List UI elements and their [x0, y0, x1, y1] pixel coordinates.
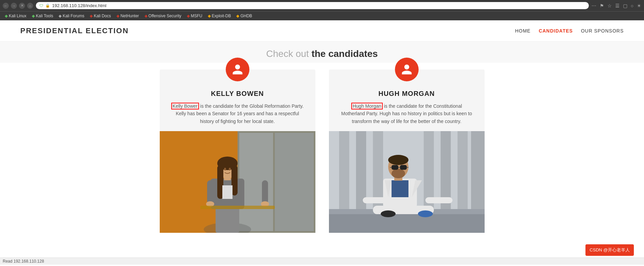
status-text: Read 192.168.110.128 — [3, 259, 44, 264]
kelly-name-highlight: Kelly Bower — [171, 103, 199, 109]
site-navbar: PRESIDENTIAL ELECTION HOME CANDIDATES OU… — [0, 20, 644, 42]
svg-rect-15 — [207, 180, 213, 204]
star-icon[interactable]: ☆ — [607, 3, 612, 8]
bookmark-nethunter[interactable]: ◆ NetHunter — [114, 13, 141, 19]
bookmarks-bar: ◆ Kali Linux ◆ Kali Tools ◆ Kali Forums … — [0, 11, 644, 20]
svg-point-39 — [388, 155, 408, 165]
kali-tools-icon: ◆ — [32, 14, 35, 18]
kali-forums-icon: ◆ — [59, 14, 62, 18]
svg-rect-14 — [222, 185, 232, 199]
hero-text-bold: the candidates — [311, 48, 378, 59]
kelly-avatar-icon — [231, 63, 244, 76]
pocket-icon[interactable]: ⚑ — [600, 3, 604, 8]
bookmark-offensive-security[interactable]: ◆ Offensive Security — [142, 13, 183, 19]
menu-dots-icon[interactable]: ⋯ — [592, 3, 596, 8]
candidate-card-kelly: KELLY BOWEN Kelly Bower is the candidate… — [160, 69, 315, 233]
svg-rect-34 — [392, 180, 408, 197]
back-button[interactable]: ← — [3, 3, 9, 9]
hero-section: Check out the candidates — [0, 42, 644, 63]
hugh-avatar-icon — [401, 63, 413, 76]
svg-point-12 — [224, 168, 226, 170]
bookmark-ghdb[interactable]: ◆ GHDB — [234, 13, 254, 19]
nav-candidates[interactable]: CANDIDATES — [539, 28, 573, 34]
offensive-security-icon: ◆ — [145, 14, 148, 18]
lock-icon: 🔒 — [45, 3, 50, 8]
page-wrapper: PRESIDENTIAL ELECTION HOME CANDIDATES OU… — [0, 20, 644, 258]
window-icon[interactable]: ▢ — [623, 3, 627, 8]
firefox-icon[interactable]: ☀ — [637, 3, 641, 8]
svg-point-40 — [392, 169, 405, 178]
bookmark-kali-docs[interactable]: ◆ Kali Docs — [88, 13, 113, 19]
bookmarks-icon[interactable]: ☰ — [615, 3, 620, 8]
svg-rect-41 — [392, 165, 398, 170]
svg-rect-19 — [200, 206, 275, 209]
svg-point-13 — [229, 168, 231, 170]
hugh-photo — [329, 131, 485, 233]
site-nav-links: HOME CANDIDATES OUR SPONSORS — [515, 28, 624, 34]
shield-icon: 🛡 — [39, 3, 43, 8]
kelly-bio: Kelly Bower is the candidate for the Glo… — [160, 102, 315, 125]
forward-button[interactable]: → — [11, 3, 17, 9]
svg-rect-29 — [329, 214, 485, 233]
nethunter-icon: ◆ — [116, 14, 119, 18]
kelly-name: KELLY BOWEN — [211, 90, 264, 98]
hugh-photo-svg — [329, 131, 485, 233]
kelly-avatar — [226, 58, 249, 81]
profile-icon[interactable]: ○ — [631, 3, 634, 8]
status-bar: Read 192.168.110.128 — [0, 258, 644, 265]
msfu-icon: ◆ — [187, 14, 190, 18]
hero-heading: Check out the candidates — [0, 48, 644, 59]
kali-linux-icon: ◆ — [5, 14, 8, 18]
home-button[interactable]: ⌂ — [27, 3, 33, 9]
svg-rect-3 — [275, 133, 314, 231]
hugh-name: HUGH MORGAN — [378, 90, 435, 98]
ghdb-icon: ◆ — [236, 14, 239, 18]
candidate-card-hugh: HUGH MORGAN Hugh Morgan is the candidate… — [329, 69, 485, 233]
svg-rect-16 — [262, 180, 268, 204]
bookmark-exploit-db[interactable]: ◆ Exploit-DB — [206, 13, 233, 19]
hugh-avatar — [395, 58, 419, 81]
bookmark-kali-tools[interactable]: ◆ Kali Tools — [30, 13, 55, 19]
bookmark-kali-linux[interactable]: ◆ Kali Linux — [3, 13, 28, 19]
bookmark-kali-forums[interactable]: ◆ Kali Forums — [57, 13, 86, 19]
address-bar[interactable]: 🛡 🔒 192.168.110.128/index.html — [36, 2, 589, 9]
hugh-bio: Hugh Morgan is the candidate for the Con… — [329, 102, 485, 125]
url-text: 192.168.110.128/index.html — [52, 3, 106, 8]
hero-text-normal: Check out — [266, 48, 312, 59]
browser-titlebar: ← → ✕ ⌂ 🛡 🔒 192.168.110.128/index.html ⋯… — [0, 0, 644, 11]
browser-controls: ← → ✕ ⌂ — [3, 3, 33, 9]
browser-right-controls: ⋯ ⚑ ☆ ☰ ▢ ○ ☀ — [592, 3, 641, 8]
svg-rect-42 — [400, 165, 407, 170]
exploit-db-icon: ◆ — [208, 14, 211, 18]
browser-chrome: ← → ✕ ⌂ 🛡 🔒 192.168.110.128/index.html ⋯… — [0, 0, 644, 20]
site-title: PRESIDENTIAL ELECTION — [20, 26, 129, 35]
bookmark-msfu[interactable]: ◆ MSFU — [185, 13, 204, 19]
csdn-badge[interactable]: CSDN @开心老羊人 — [585, 244, 634, 256]
hugh-name-highlight: Hugh Morgan — [351, 103, 383, 109]
kelly-photo-svg — [160, 131, 315, 233]
candidates-section: KELLY BOWEN Kelly Bower is the candidate… — [0, 63, 644, 233]
svg-rect-32 — [425, 197, 452, 203]
svg-point-46 — [381, 210, 396, 217]
kali-docs-icon: ◆ — [90, 14, 93, 18]
nav-home[interactable]: HOME — [515, 28, 531, 34]
nav-sponsors[interactable]: OUR SPONSORS — [581, 28, 624, 34]
svg-point-47 — [418, 210, 433, 217]
refresh-button[interactable]: ✕ — [19, 3, 25, 9]
kelly-photo — [160, 131, 315, 233]
